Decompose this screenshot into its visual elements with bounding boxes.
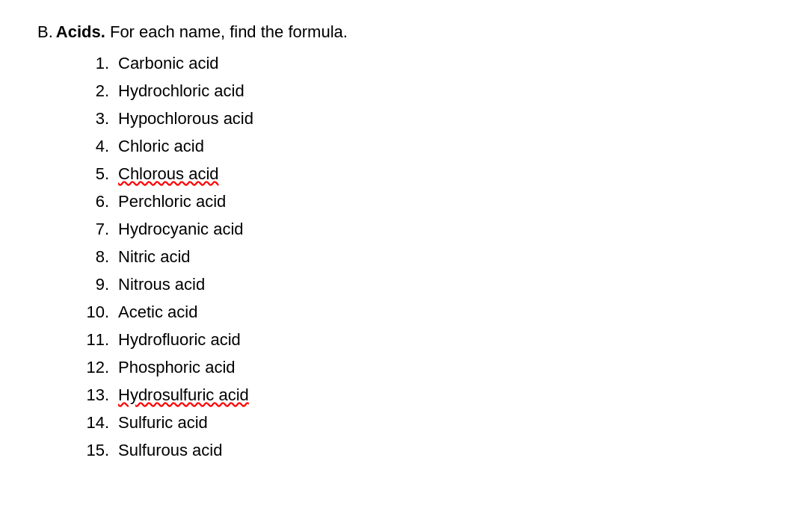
list-number: 10. xyxy=(82,300,109,324)
list-text: Hydrosulfuric acid xyxy=(118,382,249,407)
list-number: 1. xyxy=(82,51,109,75)
list-text: Hypochlorous acid xyxy=(118,106,253,131)
list-text: Nitric acid xyxy=(118,244,191,269)
list-item: 7.Hydrocyanic acid xyxy=(82,217,775,241)
list-number: 7. xyxy=(82,217,109,241)
list-number: 13. xyxy=(82,382,109,407)
list-item: 4.Chloric acid xyxy=(82,134,775,158)
list-number: 14. xyxy=(82,410,109,435)
section-prefix: B. xyxy=(37,22,53,41)
section-title-rest: For each name, find the formula. xyxy=(105,22,348,41)
page-container: B.Acids. For each name, find the formula… xyxy=(0,0,812,488)
list-item: 10.Acetic acid xyxy=(82,300,775,324)
list-text: Sulfurous acid xyxy=(118,438,222,462)
list-number: 3. xyxy=(82,106,109,131)
list-number: 9. xyxy=(82,272,109,297)
list-item: 3.Hypochlorous acid xyxy=(82,106,775,131)
list-item: 12.Phosphoric acid xyxy=(82,355,775,379)
list-text: Hydrochloric acid xyxy=(118,78,244,103)
list-item: 2.Hydrochloric acid xyxy=(82,78,775,103)
list-item: 15.Sulfurous acid xyxy=(82,438,775,462)
list-text: Hydrocyanic acid xyxy=(118,217,244,241)
list-text: Chlorous acid xyxy=(118,161,219,186)
list-text: Perchloric acid xyxy=(118,189,226,214)
list-number: 4. xyxy=(82,134,109,158)
list-item: 5.Chlorous acid xyxy=(82,161,775,186)
list-item: 14.Sulfuric acid xyxy=(82,410,775,435)
section-title-bold: Acids. xyxy=(56,22,105,41)
list-number: 2. xyxy=(82,78,109,103)
list-number: 12. xyxy=(82,355,109,379)
list-item: 8.Nitric acid xyxy=(82,244,775,269)
acids-list: 1.Carbonic acid2.Hydrochloric acid3.Hypo… xyxy=(37,51,775,462)
list-item: 13.Hydrosulfuric acid xyxy=(82,382,775,407)
list-text: Phosphoric acid xyxy=(118,355,236,379)
list-text: Carbonic acid xyxy=(118,51,219,75)
list-text: Sulfuric acid xyxy=(118,410,208,435)
list-item: 1.Carbonic acid xyxy=(82,51,775,75)
list-number: 6. xyxy=(82,189,109,214)
list-number: 5. xyxy=(82,161,109,186)
list-number: 15. xyxy=(82,438,109,462)
section-header: B.Acids. For each name, find the formula… xyxy=(37,22,775,42)
list-text: Acetic acid xyxy=(118,300,197,324)
list-item: 11.Hydrofluoric acid xyxy=(82,327,775,352)
list-text: Chloric acid xyxy=(118,134,204,158)
list-text: Nitrous acid xyxy=(118,272,205,297)
list-item: 9.Nitrous acid xyxy=(82,272,775,297)
list-text: Hydrofluoric acid xyxy=(118,327,241,352)
list-item: 6.Perchloric acid xyxy=(82,189,775,214)
list-number: 11. xyxy=(82,327,109,352)
list-number: 8. xyxy=(82,244,109,269)
